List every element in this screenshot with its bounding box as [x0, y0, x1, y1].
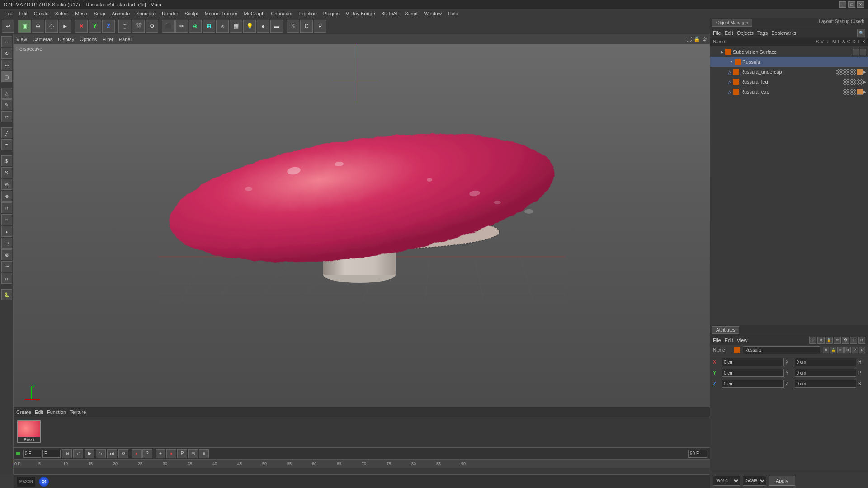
y-axis-button[interactable]: Y: [89, 20, 101, 33]
lock-icon[interactable]: 🔒: [693, 36, 700, 42]
viewport-options-menu[interactable]: Options: [80, 37, 97, 42]
fill-tool[interactable]: ⬧: [1, 226, 12, 237]
leg-checker1[interactable]: [843, 79, 849, 85]
magnet-tool[interactable]: $: [1, 155, 12, 166]
material-function-menu[interactable]: Function: [47, 409, 66, 415]
menu-snap[interactable]: Snap: [91, 10, 108, 17]
scene-button[interactable]: ⎋: [216, 20, 229, 33]
attr-name-icon5[interactable]: ?: [852, 347, 858, 353]
attr-icon1[interactable]: ⊕: [809, 337, 816, 344]
tl-btn-5[interactable]: ≡: [199, 449, 209, 458]
cube-button[interactable]: ⬛: [162, 20, 175, 33]
menu-mograph[interactable]: MoGraph: [241, 10, 267, 17]
menu-animate[interactable]: Animate: [109, 10, 132, 17]
stamp-tool[interactable]: ⊕: [1, 191, 12, 202]
render-button[interactable]: 🎬: [132, 20, 145, 33]
undercap-checker1[interactable]: [836, 69, 843, 75]
attr-edit-menu[interactable]: Edit: [725, 338, 733, 343]
attr-name-input[interactable]: [743, 346, 820, 354]
attr-file-menu[interactable]: File: [713, 338, 721, 343]
undercap-checker3[interactable]: [850, 69, 856, 75]
attr-icon5[interactable]: ⚙: [842, 337, 849, 344]
sculpt-tool[interactable]: S: [1, 167, 12, 178]
edit-mesh-button[interactable]: ✏: [175, 20, 188, 33]
objects-bookmarks-menu[interactable]: Bookmarks: [771, 30, 796, 36]
smooth-tool[interactable]: ≋: [1, 202, 12, 213]
attr-name-icon1[interactable]: ⊗: [823, 347, 829, 353]
tl-btn-1[interactable]: +: [156, 449, 165, 458]
paint-tool[interactable]: ⊛: [1, 179, 12, 190]
y-pos-input[interactable]: [722, 369, 784, 377]
tree-item-subdivision-surface[interactable]: ▶ Subdivision Surface: [710, 47, 868, 57]
grab-tool[interactable]: ⊗: [1, 249, 12, 260]
camera-button[interactable]: ▦: [230, 20, 242, 33]
select-tool[interactable]: ▢: [1, 71, 12, 82]
attr-icon3[interactable]: 🔒: [826, 337, 833, 344]
subd-visibility1[interactable]: [853, 49, 859, 55]
tl-btn-4[interactable]: ⊞: [188, 449, 198, 458]
cap-mat[interactable]: [857, 89, 863, 95]
attr-icon6[interactable]: ?: [850, 337, 857, 344]
viewport[interactable]: View Cameras Display Options Filter Pane…: [14, 34, 710, 434]
move-tool[interactable]: ↔: [1, 36, 12, 47]
leg-checker3[interactable]: [857, 79, 863, 85]
objects-edit-menu[interactable]: Edit: [725, 30, 733, 36]
attributes-tab[interactable]: Attributes: [712, 326, 739, 334]
keyframe-button[interactable]: ?: [142, 449, 152, 458]
material-texture-menu[interactable]: Texture: [70, 409, 86, 415]
menu-help[interactable]: Help: [445, 10, 461, 17]
material-edit-menu[interactable]: Edit: [35, 409, 43, 415]
attr-name-icon4[interactable]: ⚙: [844, 347, 851, 353]
leg-checker2[interactable]: [850, 79, 856, 85]
menu-motion-tracker[interactable]: Motion Tracker: [202, 10, 241, 17]
menu-plugins[interactable]: Plugins: [321, 10, 342, 17]
polygon-tool[interactable]: △: [1, 88, 12, 99]
generate-button[interactable]: ⊕: [189, 20, 202, 33]
tree-item-russula-undercap[interactable]: △ Russula_undercap ▶: [710, 67, 868, 77]
animate-mode-button[interactable]: ►: [59, 20, 71, 33]
menu-file[interactable]: File: [2, 10, 15, 17]
pen-tool[interactable]: ✒: [1, 139, 12, 150]
go-end-button[interactable]: ⏭: [107, 449, 117, 458]
tree-item-russula-leg[interactable]: △ Russula_leg ▶: [710, 77, 868, 87]
viewport-panel-menu[interactable]: Panel: [119, 37, 132, 42]
objects-tags-menu[interactable]: Tags: [757, 30, 768, 36]
scale-tool[interactable]: ⇔: [1, 60, 12, 70]
menu-create[interactable]: Create: [31, 10, 52, 17]
menu-vray[interactable]: V-Ray Bridge: [343, 10, 378, 17]
menu-mesh[interactable]: Mesh: [72, 10, 90, 17]
cap-checker1[interactable]: [843, 89, 849, 95]
paint-mode-button[interactable]: ◌: [45, 20, 58, 33]
floor-button[interactable]: ▬: [270, 20, 283, 33]
menu-select[interactable]: Select: [52, 10, 72, 17]
erase-tool[interactable]: ⬚: [1, 238, 12, 249]
next-frame-button[interactable]: ▷: [96, 449, 106, 458]
c4d-plugin2[interactable]: P: [314, 20, 326, 33]
light-button[interactable]: 💡: [243, 20, 256, 33]
line-tool[interactable]: ╱: [1, 127, 12, 138]
z-rot-input[interactable]: [795, 380, 857, 388]
object-mode-button[interactable]: ⬚: [118, 20, 131, 33]
crease-tool[interactable]: 〜: [1, 261, 12, 272]
subd-visibility2[interactable]: [860, 49, 866, 55]
attr-name-icon6[interactable]: R: [859, 347, 865, 353]
undercap-mat[interactable]: [857, 69, 863, 75]
texture-mode-button[interactable]: ⊕: [32, 20, 44, 33]
menu-edit[interactable]: Edit: [16, 10, 30, 17]
menu-character[interactable]: Character: [268, 10, 295, 17]
world-select[interactable]: World Local Object: [713, 476, 740, 486]
flatten-tool[interactable]: ≡: [1, 214, 12, 225]
attr-name-icon2[interactable]: 🔒: [830, 347, 836, 353]
objects-objects-menu[interactable]: Objects: [737, 30, 754, 36]
menu-script[interactable]: Script: [402, 10, 420, 17]
objects-file-menu[interactable]: File: [713, 30, 721, 36]
go-start-button[interactable]: ⏮: [62, 449, 72, 458]
brush-tool[interactable]: ✎: [1, 99, 12, 110]
python-tool[interactable]: 🐍: [1, 289, 12, 300]
object-manager-tab[interactable]: Object Manager: [712, 19, 752, 27]
prev-frame-button[interactable]: ◁: [73, 449, 83, 458]
fps-input[interactable]: [42, 450, 61, 458]
material-create-menu[interactable]: Create: [16, 409, 31, 415]
soft-ik-button[interactable]: S: [287, 20, 299, 33]
z-axis-button[interactable]: Z: [102, 20, 115, 33]
